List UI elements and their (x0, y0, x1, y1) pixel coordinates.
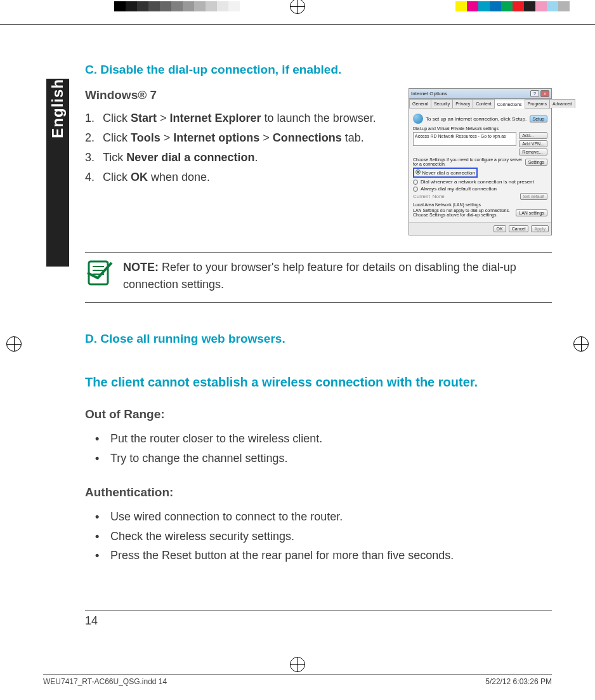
tab-connections[interactable]: Connections (494, 100, 525, 109)
help-button[interactable]: ? (530, 90, 539, 97)
list-item: Press the Reset button at the rear panel… (110, 546, 552, 565)
setup-button[interactable]: Setup (530, 116, 547, 122)
print-slug: WEU7417_RT-AC66U_QSG.indd 14 5/22/12 6:0… (43, 674, 552, 686)
auth-list: Use wired connection to connect to the r… (85, 507, 552, 565)
setup-text: To set up an Internet connection, click … (426, 116, 527, 122)
registration-mark-icon (572, 335, 590, 353)
tab-advanced[interactable]: Advanced (549, 99, 575, 108)
list-item: Check the wireless security settings. (110, 527, 552, 546)
tab-content[interactable]: Content (473, 99, 495, 108)
settings-button[interactable]: Settings (525, 159, 547, 166)
instruction-step: Click Tools > Internet options > Connect… (85, 129, 397, 147)
radio-never-dial[interactable] (415, 169, 421, 175)
svg-rect-0 (89, 261, 108, 284)
page-number: 14 (85, 614, 98, 627)
language-tab: English (46, 79, 69, 267)
wireless-heading: The client cannot establish a wireless c… (85, 375, 552, 390)
auth-heading: Authentication: (85, 485, 552, 499)
slug-date: 5/22/12 6:03:26 PM (485, 677, 552, 686)
radio-always-dial[interactable] (413, 187, 418, 192)
tab-general[interactable]: General (409, 99, 431, 108)
proxy-text: Choose Settings if you need to configure… (413, 157, 523, 166)
tab-privacy[interactable]: Privacy (452, 99, 473, 108)
range-list: Put the router closer to the wireless cl… (85, 429, 552, 468)
list-item: Try to change the channel settings. (110, 449, 552, 468)
os-heading: Windows® 7 (85, 88, 397, 102)
out-of-range-heading: Out of Range: (85, 407, 552, 421)
list-item: Use wired connection to connect to the r… (110, 507, 552, 527)
registration-mark-icon (289, 0, 306, 15)
language-tab-label: English (49, 79, 67, 145)
note-block: NOTE: Refer to your browser's help featu… (85, 252, 552, 303)
add-button[interactable]: Add... (519, 132, 547, 139)
internet-options-dialog: Internet Options ? × General Security Pr… (409, 88, 552, 235)
section-d-heading: D. Close all running web browsers. (85, 332, 552, 346)
connections-listbox[interactable]: Access RD Network Resources - Go to vpn.… (413, 132, 516, 146)
ok-button[interactable]: OK (494, 225, 506, 232)
close-button[interactable]: × (540, 90, 549, 97)
globe-icon (413, 114, 423, 124)
instruction-list: Click Start > Internet Explorer to launc… (85, 110, 397, 186)
radio-dial-when[interactable] (413, 180, 418, 185)
remove-button[interactable]: Remove... (519, 149, 547, 155)
note-body: Refer to your browser's help feature for… (123, 261, 516, 291)
current-value: None (433, 194, 518, 199)
instruction-step: Tick Never dial a connection. (85, 149, 397, 166)
current-label: Current (413, 194, 430, 199)
tab-security[interactable]: Security (431, 99, 453, 108)
lan-settings-button[interactable]: LAN settings (516, 209, 547, 216)
note-icon (85, 259, 113, 287)
dialup-header: Dial-up and Virtual Private Network sett… (413, 126, 547, 131)
dialog-tabs: General Security Privacy Content Connect… (409, 99, 551, 109)
registration-mark-icon (5, 335, 23, 353)
printer-color-bar (0, 1, 595, 11)
registration-mark-icon (289, 656, 306, 673)
dialog-title: Internet Options (411, 91, 447, 96)
set-default-button[interactable]: Set default (520, 193, 547, 200)
section-c-heading: C. Disable the dial-up connection, if en… (85, 63, 552, 77)
cancel-button[interactable]: Cancel (509, 225, 529, 232)
note-label: NOTE: (123, 261, 159, 274)
lan-text: LAN Settings do not apply to dial-up con… (413, 208, 513, 217)
tab-programs[interactable]: Programs (525, 99, 550, 108)
lan-header: Local Area Network (LAN) settings (413, 202, 547, 207)
add-vpn-button[interactable]: Add VPN... (519, 140, 547, 147)
list-item: Put the router closer to the wireless cl… (110, 429, 552, 449)
apply-button[interactable]: Apply (531, 225, 549, 232)
instruction-step: Click Start > Internet Explorer to launc… (85, 110, 397, 127)
slug-file: WEU7417_RT-AC66U_QSG.indd 14 (43, 677, 167, 686)
instruction-step: Click OK when done. (85, 169, 397, 186)
